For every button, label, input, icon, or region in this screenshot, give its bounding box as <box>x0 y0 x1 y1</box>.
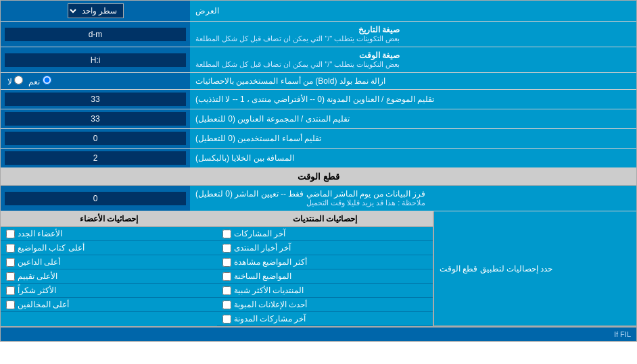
list-item: أحدث الإعلانات المبوبة <box>217 298 433 312</box>
checkbox-columns: إحصائيات المنتديات إحصائيات الأعضاء آخر … <box>1 211 433 326</box>
time-format-field[interactable] <box>5 53 186 67</box>
forum-topic-trim-input-cell <box>1 90 190 109</box>
date-format-row: صيغة التاريخ بعض التكوينات يتطلب "/" الت… <box>1 22 636 47</box>
date-format-field[interactable] <box>5 28 186 41</box>
checkbox-popular-forums[interactable] <box>222 286 231 295</box>
cell-spacing-row: المسافة بين الخلايا (بالبكسل) <box>1 149 636 168</box>
checkbox-posts[interactable] <box>222 230 231 238</box>
bold-remove-row: ازالة نمط بولد (Bold) من أسماء المستخدمي… <box>1 73 636 90</box>
usernames-trim-label: تقليم أسماء المستخدمين (0 للتعطيل) <box>190 129 636 148</box>
cutoff-section-header: قطع الوقت <box>1 168 636 186</box>
bottom-bar: If FIL <box>1 327 636 341</box>
usernames-trim-row: تقليم أسماء المستخدمين (0 للتعطيل) <box>1 129 636 149</box>
checkbox-most-thanked[interactable] <box>6 286 15 295</box>
bold-yes-radio[interactable] <box>43 76 51 84</box>
list-item: المنتديات الأكثر شبية <box>217 284 433 298</box>
forum-topic-trim-field[interactable] <box>5 93 186 106</box>
list-item: آخر المشاركات <box>217 227 433 241</box>
list-item: آخر مشاركات المدونة <box>217 312 433 326</box>
checkbox-most-viewed[interactable] <box>222 258 231 267</box>
checkbox-items-container: آخر المشاركات آخر أخبار المنتدى أكثر الم… <box>1 227 433 326</box>
checkbox-classifieds[interactable] <box>222 301 231 309</box>
display-mode-input: سطر واحد سطرين ثلاثة أسطر <box>1 1 190 21</box>
display-mode-select[interactable]: سطر واحد سطرين ثلاثة أسطر <box>68 3 124 18</box>
checkbox-blog[interactable] <box>222 315 231 323</box>
forum-topic-trim-label: تقليم الموضوع / العناوين المدونة (0 -- ا… <box>190 90 636 109</box>
col2-header: إحصائيات المنتديات <box>217 211 434 227</box>
date-format-input-cell <box>1 22 190 47</box>
checkbox-hot-topics[interactable] <box>222 272 231 281</box>
stats-apply-label: حدد إحصاليات لتطبيق قطع الوقت <box>433 211 636 326</box>
list-item: الأعلى تقييم <box>1 269 217 284</box>
bold-no-radio[interactable] <box>14 76 23 84</box>
forum-group-trim-input-cell <box>1 109 190 128</box>
checkbox-top-posters[interactable] <box>6 244 15 253</box>
checkbox-top-inviters[interactable] <box>6 258 15 267</box>
list-item: أعلى كتاب المواضيع <box>1 241 217 255</box>
col1-checkboxes: الأعضاء الجدد أعلى كتاب المواضيع أعلى ال… <box>1 227 217 326</box>
list-item: أعلى المخالفين <box>1 298 217 312</box>
forum-topic-trim-row: تقليم الموضوع / العناوين المدونة (0 -- ا… <box>1 90 636 109</box>
cutoff-row: فرز البيانات من يوم الماشر الماضي فقط --… <box>1 186 636 211</box>
bold-remove-input: نعم لا <box>1 73 190 89</box>
checkbox-new-members[interactable] <box>6 230 15 238</box>
checkbox-top-violators[interactable] <box>6 301 15 309</box>
col2-checkboxes: آخر المشاركات آخر أخبار المنتدى أكثر الم… <box>217 227 434 326</box>
cutoff-input-cell <box>1 186 190 211</box>
checkbox-top-rated[interactable] <box>6 272 15 281</box>
cell-spacing-input-cell <box>1 149 190 167</box>
checkbox-news[interactable] <box>222 244 231 253</box>
cell-spacing-label: المسافة بين الخلايا (بالبكسل) <box>190 149 636 167</box>
bold-no-label: لا <box>7 76 23 86</box>
bold-remove-label: ازالة نمط بولد (Bold) من أسماء المستخدمي… <box>190 73 636 89</box>
list-item: الأعضاء الجدد <box>1 227 217 241</box>
forum-group-trim-field[interactable] <box>5 112 186 126</box>
forum-group-trim-label: تقليم المنتدى / المجموعة العناوين (0 للت… <box>190 109 636 128</box>
list-item: الأكثر شكراً <box>1 284 217 298</box>
main-container: العرض سطر واحد سطرين ثلاثة أسطر صيغة الت… <box>0 0 637 342</box>
cutoff-label: فرز البيانات من يوم الماشر الماضي فقط --… <box>190 186 636 211</box>
usernames-trim-field[interactable] <box>5 132 186 145</box>
time-format-input-cell <box>1 47 190 72</box>
list-item: أكثر المواضيع مشاهدة <box>217 255 433 269</box>
date-format-label: صيغة التاريخ بعض التكوينات يتطلب "/" الت… <box>190 22 636 47</box>
cell-spacing-field[interactable] <box>5 151 186 165</box>
stats-section: حدد إحصاليات لتطبيق قطع الوقت إحصائيات ا… <box>1 211 636 327</box>
list-item: أعلى الداعين <box>1 255 217 269</box>
time-format-row: صيغة الوقت بعض التكوينات يتطلب "/" التي … <box>1 47 636 73</box>
usernames-trim-input-cell <box>1 129 190 148</box>
forum-group-trim-row: تقليم المنتدى / المجموعة العناوين (0 للت… <box>1 109 636 129</box>
display-mode-label: العرض <box>190 1 636 21</box>
cutoff-field[interactable] <box>5 192 186 205</box>
list-item: المواضيع الساخنة <box>217 269 433 284</box>
col1-header: إحصائيات الأعضاء <box>1 211 217 227</box>
checkbox-col-headers: إحصائيات المنتديات إحصائيات الأعضاء <box>1 211 433 227</box>
time-format-label: صيغة الوقت بعض التكوينات يتطلب "/" التي … <box>190 47 636 72</box>
display-mode-row: العرض سطر واحد سطرين ثلاثة أسطر <box>1 1 636 22</box>
bold-yes-label: نعم <box>28 76 51 86</box>
list-item: آخر أخبار المنتدى <box>217 241 433 255</box>
